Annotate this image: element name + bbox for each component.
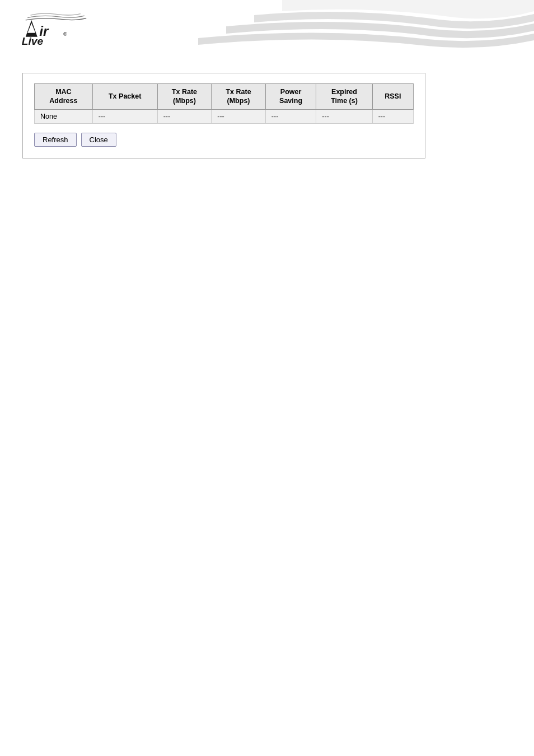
- col-expired-time: ExpiredTime (s): [316, 84, 372, 110]
- col-tx-rate-1: Tx Rate(Mbps): [157, 84, 212, 110]
- refresh-button[interactable]: Refresh: [34, 133, 77, 147]
- main-content: MACAddress Tx Packet Tx Rate(Mbps) Tx Ra…: [0, 62, 534, 170]
- table-row: None --- --- --- --- --- ---: [35, 109, 414, 123]
- cell-tx-rate-2: ---: [212, 109, 266, 123]
- logo: ir Live ®: [17, 10, 95, 51]
- col-tx-rate-2: Tx Rate(Mbps): [212, 84, 266, 110]
- cell-power-saving: ---: [265, 109, 316, 123]
- button-row: Refresh Close: [34, 133, 414, 147]
- close-button[interactable]: Close: [81, 133, 116, 147]
- cell-tx-rate-1: ---: [157, 109, 212, 123]
- cell-rssi: ---: [372, 109, 413, 123]
- svg-text:®: ®: [63, 31, 67, 37]
- col-mac-address: MACAddress: [35, 84, 93, 110]
- cell-tx-packet: ---: [92, 109, 157, 123]
- header-decoration: [170, 0, 534, 62]
- airlive-logo-svg: ir Live ®: [17, 10, 95, 49]
- cell-expired-time: ---: [316, 109, 372, 123]
- col-tx-packet: Tx Packet: [92, 84, 157, 110]
- cell-mac: None: [35, 109, 93, 123]
- panel: MACAddress Tx Packet Tx Rate(Mbps) Tx Ra…: [22, 73, 425, 158]
- col-rssi: RSSI: [372, 84, 413, 110]
- svg-text:Live: Live: [22, 35, 44, 47]
- col-power-saving: PowerSaving: [265, 84, 316, 110]
- station-table: MACAddress Tx Packet Tx Rate(Mbps) Tx Ra…: [34, 83, 414, 124]
- header: ir Live ®: [0, 0, 534, 62]
